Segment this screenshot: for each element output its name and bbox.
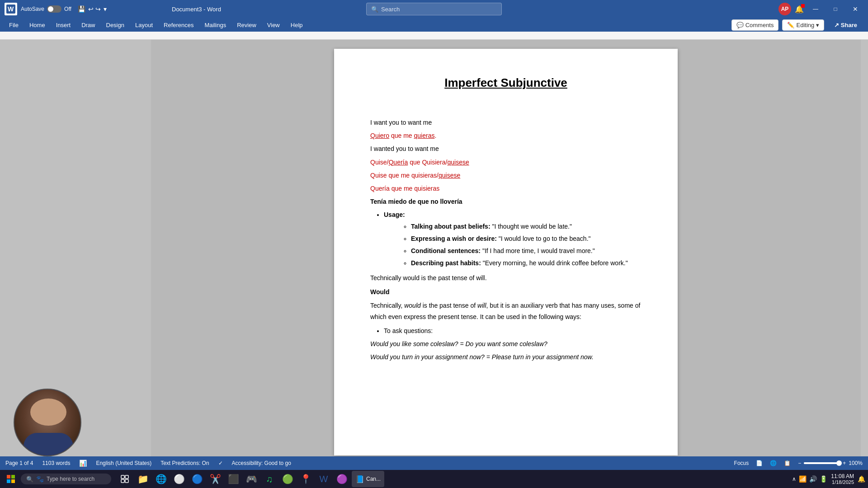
taskbar-pinned-icons: 📁 🌐 ⚪ 🔵 ✂️ ⬛ 🎮 ♫ 🟢 📍 W 🟣 📘 Can... <box>117 471 384 487</box>
can-label: Can... <box>366 476 381 482</box>
line-5: Quise que me quisieras/quisese <box>370 170 642 181</box>
word-task-icon[interactable]: W <box>316 471 332 487</box>
menu-view[interactable]: View <box>263 20 284 30</box>
right-scrollbar[interactable] <box>861 40 868 456</box>
describing-bold: Describing past habits: <box>411 259 481 267</box>
title-bar: W AutoSave Off 💾 ↩ ↪ ▾ 🔍 Search Document… <box>0 0 868 18</box>
chrome3-icon[interactable]: 🟢 <box>279 471 296 487</box>
accessibility: Accessibility: Good to go <box>232 460 291 466</box>
share-button[interactable]: ↗ Share <box>828 19 863 31</box>
quiero-text: Quiero <box>370 132 389 139</box>
menu-draw[interactable]: Draw <box>77 20 99 30</box>
share-icon: ↗ <box>834 22 839 28</box>
search-emoji: 🐾 <box>36 475 44 483</box>
focus-label[interactable]: Focus <box>734 460 749 466</box>
autosave-off-label: Off <box>64 6 71 12</box>
user-avatar[interactable]: AP <box>778 3 791 15</box>
chevron-up-icon[interactable]: ∧ <box>792 476 796 482</box>
network-icon[interactable]: 📶 <box>799 475 807 483</box>
zoom-plus[interactable]: + <box>843 460 846 466</box>
track-icon: 📊 <box>79 460 87 467</box>
chrome2-icon[interactable]: 🔵 <box>189 471 205 487</box>
svg-rect-4 <box>7 479 10 483</box>
time-display: 11:08 AM <box>831 473 854 479</box>
menu-references[interactable]: References <box>159 20 198 30</box>
customize-icon[interactable]: ▾ <box>104 5 107 13</box>
svg-rect-8 <box>121 479 124 483</box>
menu-layout[interactable]: Layout <box>131 20 157 30</box>
pencil-icon: ✏️ <box>787 22 794 28</box>
undo-icon[interactable]: ↩ <box>88 5 94 13</box>
notification-center-icon[interactable]: 🔔 <box>858 475 865 483</box>
comment-icon: 💬 <box>736 22 744 28</box>
editing-label: Editing <box>796 22 814 28</box>
document-page[interactable]: Imperfect Subjunctive I want you to want… <box>334 49 678 455</box>
autosave-toggle[interactable] <box>47 5 61 13</box>
menu-home[interactable]: Home <box>25 20 50 30</box>
menu-file[interactable]: File <box>5 20 23 30</box>
edge-icon[interactable]: 🌐 <box>153 471 169 487</box>
view-icon-web[interactable]: 🌐 <box>770 460 777 466</box>
menu-help[interactable]: Help <box>286 20 307 30</box>
line-1[interactable]: I want you to want me <box>370 117 642 128</box>
would-heading[interactable]: Would <box>370 286 642 298</box>
talking-text: "I thought we would be late." <box>492 223 572 230</box>
clock[interactable]: 11:08 AM 1/18/2025 <box>831 473 854 485</box>
queria-text: Quería <box>388 159 408 166</box>
start-button[interactable] <box>3 471 19 487</box>
spotify-icon[interactable]: ♫ <box>261 471 278 487</box>
share-label: Share <box>841 22 857 28</box>
line-3[interactable]: I wanted you to want me <box>370 143 642 155</box>
doc-title: Document3 - Word <box>172 6 221 13</box>
expressing-text: "I would love to go to the beach." <box>499 235 591 242</box>
can-active-item[interactable]: 📘 Can... <box>352 471 384 487</box>
editing-button[interactable]: ✏️ Editing ▾ <box>782 19 824 31</box>
view-icon-outline[interactable]: 📋 <box>784 460 791 466</box>
usage-sub-4: Describing past habits: "Every morning, … <box>411 258 642 269</box>
webcam-face <box>14 389 80 455</box>
search-placeholder: Search <box>381 6 400 13</box>
taskbar-search-text: Type here to search <box>47 476 94 482</box>
search-magnify-icon: 🔍 <box>26 476 33 483</box>
menu-review[interactable]: Review <box>232 20 261 30</box>
chrome-icon[interactable]: ⚪ <box>171 471 187 487</box>
view-icon-print[interactable]: 📄 <box>756 460 763 466</box>
zoom-minus[interactable]: − <box>798 460 801 466</box>
minimize-button[interactable]: — <box>807 0 824 18</box>
usage-sub-3: Conditional sentences: "If I had more ti… <box>411 245 642 257</box>
maps-icon[interactable]: 📍 <box>297 471 314 487</box>
technically-line[interactable]: Technically would is the past tense of w… <box>370 272 642 284</box>
teams-icon[interactable]: 🟣 <box>334 471 350 487</box>
redo-icon[interactable]: ↪ <box>95 5 101 13</box>
expressing-bold: Expressing a wish or desire: <box>411 235 497 242</box>
close-button[interactable]: ✕ <box>847 0 863 18</box>
menu-design[interactable]: Design <box>102 20 129 30</box>
zoom-slider-fill <box>804 462 840 464</box>
battery-icon[interactable]: 🔋 <box>820 475 827 483</box>
volume-icon[interactable]: 🔊 <box>809 475 817 483</box>
que-text: que me <box>391 132 414 139</box>
maximize-button[interactable]: □ <box>827 0 844 18</box>
taskview-icon[interactable] <box>117 471 133 487</box>
game-icon[interactable]: 🎮 <box>243 471 259 487</box>
usage-sub-1: Talking about past beliefs: "I thought w… <box>411 221 642 232</box>
snip-icon[interactable]: ✂️ <box>207 471 223 487</box>
explorer-icon[interactable]: 📁 <box>135 471 151 487</box>
save-icon[interactable]: 💾 <box>78 5 85 13</box>
line-2: Quiero que me quieras. <box>370 130 642 141</box>
menu-mailings[interactable]: Mailings <box>200 20 231 30</box>
title-search-bar[interactable]: 🔍 Search <box>366 3 502 15</box>
code-icon[interactable]: ⬛ <box>225 471 241 487</box>
svg-rect-2 <box>7 475 10 479</box>
zoom-control[interactable]: − + 100% <box>798 460 863 466</box>
menu-insert[interactable]: Insert <box>52 20 75 30</box>
status-right: Focus 📄 🌐 📋 − + 100% <box>734 460 863 466</box>
describing-text: "Every morning, he would drink coffee be… <box>483 259 628 267</box>
notification-icon[interactable]: 🔔 <box>795 5 804 14</box>
comments-button[interactable]: 💬 Comments <box>731 19 779 31</box>
line-7[interactable]: Tenía miedo de que no llovería <box>370 196 642 207</box>
search-icon: 🔍 <box>371 6 378 13</box>
zoom-thumb[interactable] <box>836 460 842 466</box>
taskbar-search[interactable]: 🔍 🐾 Type here to search <box>21 474 111 484</box>
svg-rect-3 <box>11 475 15 479</box>
